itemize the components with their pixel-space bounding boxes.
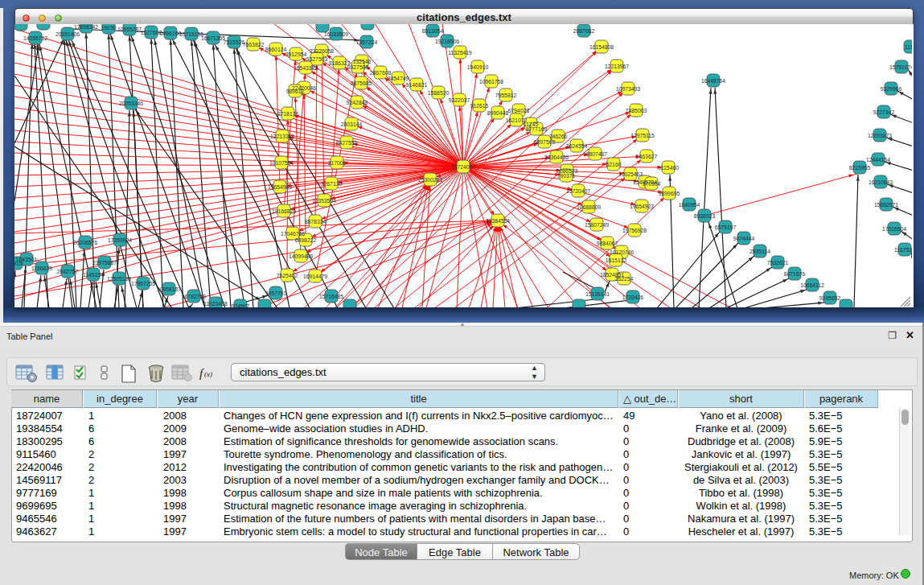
svg-text:15751074: 15751074 — [889, 64, 912, 70]
svg-text:(x): (x) — [204, 370, 212, 378]
svg-text:17046766: 17046766 — [281, 231, 305, 237]
svg-text:19030: 19030 — [101, 25, 117, 31]
svg-text:19654923: 19654923 — [630, 204, 654, 209]
svg-text:16033809: 16033809 — [324, 31, 348, 37]
svg-text:9245652: 9245652 — [819, 295, 841, 301]
svg-text:16210643: 16210643 — [869, 179, 893, 185]
svg-text:15716485: 15716485 — [319, 294, 343, 299]
svg-text:912615: 912615 — [470, 103, 489, 109]
svg-text:25300293: 25300293 — [418, 177, 442, 183]
svg-text:924502: 924502 — [232, 303, 250, 308]
svg-text:8990448: 8990448 — [487, 110, 509, 116]
svg-text:8813054: 8813054 — [422, 28, 444, 34]
svg-text:16782759: 16782759 — [182, 294, 206, 299]
svg-text:16448764: 16448764 — [701, 78, 725, 84]
svg-text:6466160: 6466160 — [160, 31, 182, 36]
svg-text:6498222: 6498222 — [295, 237, 317, 243]
svg-text:9884067: 9884067 — [597, 241, 618, 246]
svg-text:11353594: 11353594 — [312, 198, 336, 204]
svg-text:10958187: 10958187 — [157, 286, 181, 292]
svg-text:11325419: 11325419 — [448, 50, 472, 56]
svg-text:746266: 746266 — [549, 134, 568, 139]
svg-text:1733426: 1733426 — [622, 295, 644, 300]
svg-text:8912954: 8912954 — [285, 51, 307, 57]
svg-text:14055712: 14055712 — [23, 35, 47, 41]
svg-text:9777169: 9777169 — [526, 126, 548, 132]
svg-text:11923468: 11923468 — [203, 301, 228, 307]
svg-text:62160: 62160 — [606, 162, 622, 167]
svg-text:15692971: 15692971 — [874, 202, 898, 208]
svg-text:10961758: 10961758 — [479, 79, 503, 84]
svg-text:9227342: 9227342 — [873, 109, 895, 115]
svg-text:17016504: 17016504 — [882, 226, 906, 232]
svg-text:12975115: 12975115 — [630, 133, 655, 138]
svg-text:16154808: 16154808 — [589, 44, 614, 50]
svg-text:10654112: 10654112 — [800, 282, 824, 288]
svg-text:1156829: 1156829 — [31, 266, 52, 271]
svg-text:7515526: 7515526 — [224, 39, 245, 45]
svg-text:19654943: 19654943 — [268, 184, 292, 190]
svg-text:6579197: 6579197 — [715, 225, 737, 230]
svg-text:8471676: 8471676 — [784, 271, 806, 277]
svg-text:1145194: 1145194 — [83, 272, 104, 278]
svg-text:16543382: 16543382 — [294, 65, 318, 71]
svg-text:10719155: 10719155 — [179, 31, 203, 37]
svg-text:23226058: 23226058 — [310, 48, 334, 54]
svg-text:15807249: 15807249 — [585, 222, 609, 228]
svg-text:18724007: 18724007 — [451, 164, 475, 170]
svg-text:1615132: 1615132 — [606, 257, 627, 263]
svg-text:17359924: 17359924 — [108, 237, 132, 243]
svg-text:8938923: 8938923 — [694, 213, 716, 219]
svg-text:15720407: 15720407 — [566, 188, 590, 194]
svg-text:7625402: 7625402 — [277, 273, 298, 278]
svg-text:9322037: 9322037 — [449, 97, 470, 103]
svg-text:15136141: 15136141 — [585, 291, 610, 297]
svg-text:10107554: 10107554 — [269, 160, 294, 166]
svg-text:7485003: 7485003 — [626, 108, 647, 113]
svg-text:7357224: 7357224 — [356, 39, 378, 45]
svg-text:12444154: 12444154 — [866, 157, 890, 163]
svg-text:9242848: 9242848 — [347, 100, 368, 105]
svg-text:2942757: 2942757 — [57, 269, 79, 274]
svg-text:8454749: 8454749 — [388, 76, 409, 81]
svg-text:8215955: 8215955 — [849, 165, 871, 171]
svg-text:1640954: 1640954 — [679, 202, 700, 208]
svg-text:790371: 790371 — [557, 173, 576, 179]
svg-text:9115460: 9115460 — [658, 165, 679, 171]
svg-text:12213967: 12213967 — [605, 64, 629, 69]
svg-text:8427552: 8427552 — [336, 140, 358, 146]
svg-text:2867608: 2867608 — [370, 70, 392, 76]
svg-text:16671355: 16671355 — [201, 35, 225, 41]
svg-text:14099489: 14099489 — [289, 253, 313, 259]
svg-text:19218506: 19218506 — [435, 39, 459, 44]
svg-text:989612: 989612 — [286, 89, 305, 94]
svg-text:252254: 252254 — [615, 276, 634, 282]
svg-text:20206576: 20206576 — [73, 240, 97, 245]
svg-text:17957255: 17957255 — [131, 281, 155, 286]
svg-text:2935114: 2935114 — [749, 249, 770, 254]
svg-text:7955812: 7955812 — [495, 93, 517, 98]
svg-text:9899695: 9899695 — [659, 191, 680, 196]
svg-text:9457791: 9457791 — [265, 290, 287, 296]
svg-text:8878334: 8878334 — [305, 219, 326, 225]
svg-text:6897568: 6897568 — [534, 139, 556, 145]
svg-text:9327503: 9327503 — [306, 56, 328, 62]
svg-text:10688809: 10688809 — [577, 204, 601, 210]
svg-text:3915: 3915 — [14, 261, 23, 266]
svg-text:19166829: 19166829 — [272, 208, 296, 214]
svg-text:10120746: 10120746 — [610, 249, 634, 255]
svg-text:16914479: 16914479 — [303, 274, 327, 279]
svg-text:23975887: 23975887 — [92, 260, 117, 266]
svg-text:9463627: 9463627 — [636, 154, 658, 159]
svg-text:6794028: 6794028 — [508, 108, 530, 113]
svg-text:1940910: 1940910 — [467, 64, 489, 70]
svg-text:970904: 970904 — [643, 181, 661, 187]
svg-text:8660124: 8660124 — [265, 47, 287, 52]
svg-text:317006: 317006 — [328, 160, 347, 166]
svg-text:2087682: 2087682 — [573, 28, 595, 34]
svg-text:20053346: 20053346 — [119, 101, 143, 106]
svg-text:7532621: 7532621 — [767, 260, 789, 266]
svg-text:9327508: 9327508 — [347, 64, 369, 70]
svg-text:12505135: 12505135 — [107, 276, 131, 282]
svg-text:9329966: 9329966 — [881, 86, 902, 92]
